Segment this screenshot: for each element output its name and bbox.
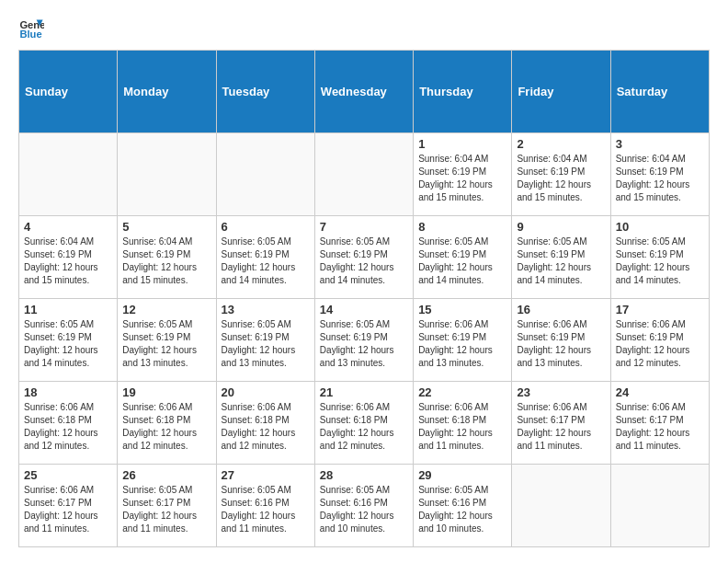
day-number: 4 (24, 220, 112, 234)
calendar-cell: 4Sunrise: 6:04 AM Sunset: 6:19 PM Daylig… (19, 216, 118, 299)
logo-icon: General Blue (18, 15, 44, 40)
calendar-cell: 3Sunrise: 6:04 AM Sunset: 6:19 PM Daylig… (610, 133, 709, 216)
calendar-cell: 22Sunrise: 6:06 AM Sunset: 6:18 PM Dayli… (414, 382, 512, 465)
day-info: Sunrise: 6:05 AM Sunset: 6:19 PM Dayligh… (616, 236, 704, 287)
calendar-cell (314, 133, 413, 216)
page-header: General Blue (18, 15, 710, 40)
calendar-cell: 2Sunrise: 6:04 AM Sunset: 6:19 PM Daylig… (512, 133, 610, 216)
day-number: 1 (418, 137, 506, 151)
calendar-table: SundayMondayTuesdayWednesdayThursdayFrid… (18, 50, 710, 547)
day-number: 17 (616, 303, 704, 316)
calendar-cell: 1Sunrise: 6:04 AM Sunset: 6:19 PM Daylig… (414, 133, 512, 216)
day-info: Sunrise: 6:04 AM Sunset: 6:19 PM Dayligh… (418, 153, 506, 204)
calendar-cell (216, 133, 314, 216)
calendar-cell (512, 465, 610, 547)
day-number: 19 (122, 385, 210, 399)
day-info: Sunrise: 6:05 AM Sunset: 6:19 PM Dayligh… (418, 236, 506, 287)
calendar-cell: 13Sunrise: 6:05 AM Sunset: 6:19 PM Dayli… (216, 299, 314, 382)
day-info: Sunrise: 6:05 AM Sunset: 6:19 PM Dayligh… (222, 236, 310, 287)
calendar-cell (118, 133, 216, 216)
day-number: 11 (24, 303, 112, 316)
day-number: 27 (222, 468, 310, 482)
calendar-cell: 20Sunrise: 6:06 AM Sunset: 6:18 PM Dayli… (216, 382, 314, 465)
day-number: 13 (222, 303, 310, 316)
calendar-cell: 10Sunrise: 6:05 AM Sunset: 6:19 PM Dayli… (610, 216, 709, 299)
calendar-cell: 24Sunrise: 6:06 AM Sunset: 6:17 PM Dayli… (610, 382, 709, 465)
day-number: 29 (418, 468, 506, 482)
calendar-cell: 23Sunrise: 6:06 AM Sunset: 6:17 PM Dayli… (512, 382, 610, 465)
day-number: 2 (517, 137, 605, 151)
day-number: 21 (320, 385, 408, 399)
weekday-header-sunday: Sunday (19, 51, 118, 133)
day-number: 24 (616, 385, 704, 399)
day-info: Sunrise: 6:04 AM Sunset: 6:19 PM Dayligh… (616, 153, 704, 204)
day-number: 28 (320, 468, 408, 482)
day-info: Sunrise: 6:06 AM Sunset: 6:18 PM Dayligh… (222, 401, 310, 453)
calendar-cell: 14Sunrise: 6:05 AM Sunset: 6:19 PM Dayli… (314, 299, 413, 382)
calendar-cell: 28Sunrise: 6:05 AM Sunset: 6:16 PM Dayli… (314, 465, 413, 547)
day-info: Sunrise: 6:04 AM Sunset: 6:19 PM Dayligh… (122, 236, 210, 287)
weekday-header-saturday: Saturday (610, 51, 709, 133)
day-info: Sunrise: 6:04 AM Sunset: 6:19 PM Dayligh… (517, 153, 605, 204)
day-number: 7 (320, 220, 408, 234)
day-number: 10 (616, 220, 704, 234)
weekday-header-tuesday: Tuesday (216, 51, 314, 133)
day-number: 23 (517, 385, 605, 399)
day-info: Sunrise: 6:06 AM Sunset: 6:19 PM Dayligh… (616, 318, 704, 370)
calendar-cell: 9Sunrise: 6:05 AM Sunset: 6:19 PM Daylig… (512, 216, 610, 299)
day-number: 6 (222, 220, 310, 234)
day-info: Sunrise: 6:05 AM Sunset: 6:16 PM Dayligh… (418, 484, 506, 535)
day-info: Sunrise: 6:05 AM Sunset: 6:19 PM Dayligh… (517, 236, 605, 287)
calendar-cell: 16Sunrise: 6:06 AM Sunset: 6:19 PM Dayli… (512, 299, 610, 382)
svg-text:Blue: Blue (19, 29, 41, 40)
calendar-cell: 6Sunrise: 6:05 AM Sunset: 6:19 PM Daylig… (216, 216, 314, 299)
calendar-cell: 29Sunrise: 6:05 AM Sunset: 6:16 PM Dayli… (414, 465, 512, 547)
day-info: Sunrise: 6:06 AM Sunset: 6:18 PM Dayligh… (122, 401, 210, 453)
weekday-header-thursday: Thursday (414, 51, 512, 133)
weekday-header-friday: Friday (512, 51, 610, 133)
calendar-cell: 12Sunrise: 6:05 AM Sunset: 6:19 PM Dayli… (118, 299, 216, 382)
calendar-cell: 25Sunrise: 6:06 AM Sunset: 6:17 PM Dayli… (19, 465, 118, 547)
day-number: 22 (418, 385, 506, 399)
day-number: 15 (418, 303, 506, 316)
day-number: 20 (222, 385, 310, 399)
weekday-header-wednesday: Wednesday (314, 51, 413, 133)
calendar-cell: 15Sunrise: 6:06 AM Sunset: 6:19 PM Dayli… (414, 299, 512, 382)
day-number: 8 (418, 220, 506, 234)
weekday-header-monday: Monday (118, 51, 216, 133)
calendar-cell (610, 465, 709, 547)
calendar-cell: 26Sunrise: 6:05 AM Sunset: 6:17 PM Dayli… (118, 465, 216, 547)
day-info: Sunrise: 6:05 AM Sunset: 6:16 PM Dayligh… (320, 484, 408, 535)
calendar-cell: 19Sunrise: 6:06 AM Sunset: 6:18 PM Dayli… (118, 382, 216, 465)
day-number: 18 (24, 385, 112, 399)
day-number: 16 (517, 303, 605, 316)
day-info: Sunrise: 6:05 AM Sunset: 6:19 PM Dayligh… (122, 318, 210, 370)
day-number: 3 (616, 137, 704, 151)
calendar-cell: 21Sunrise: 6:06 AM Sunset: 6:18 PM Dayli… (314, 382, 413, 465)
day-info: Sunrise: 6:05 AM Sunset: 6:19 PM Dayligh… (24, 318, 112, 370)
calendar-cell: 5Sunrise: 6:04 AM Sunset: 6:19 PM Daylig… (118, 216, 216, 299)
day-number: 5 (122, 220, 210, 234)
day-info: Sunrise: 6:06 AM Sunset: 6:17 PM Dayligh… (517, 401, 605, 453)
day-info: Sunrise: 6:06 AM Sunset: 6:19 PM Dayligh… (517, 318, 605, 370)
day-info: Sunrise: 6:05 AM Sunset: 6:19 PM Dayligh… (222, 318, 310, 370)
day-info: Sunrise: 6:05 AM Sunset: 6:19 PM Dayligh… (320, 236, 408, 287)
day-info: Sunrise: 6:04 AM Sunset: 6:19 PM Dayligh… (24, 236, 112, 287)
calendar-cell: 18Sunrise: 6:06 AM Sunset: 6:18 PM Dayli… (19, 382, 118, 465)
day-info: Sunrise: 6:06 AM Sunset: 6:18 PM Dayligh… (24, 401, 112, 453)
day-info: Sunrise: 6:06 AM Sunset: 6:19 PM Dayligh… (418, 318, 506, 370)
day-info: Sunrise: 6:05 AM Sunset: 6:19 PM Dayligh… (320, 318, 408, 370)
day-info: Sunrise: 6:06 AM Sunset: 6:18 PM Dayligh… (320, 401, 408, 453)
day-info: Sunrise: 6:05 AM Sunset: 6:17 PM Dayligh… (122, 484, 210, 535)
day-number: 26 (122, 468, 210, 482)
day-number: 25 (24, 468, 112, 482)
day-number: 14 (320, 303, 408, 316)
day-number: 12 (122, 303, 210, 316)
day-info: Sunrise: 6:05 AM Sunset: 6:16 PM Dayligh… (222, 484, 310, 535)
day-info: Sunrise: 6:06 AM Sunset: 6:18 PM Dayligh… (418, 401, 506, 453)
calendar-cell: 27Sunrise: 6:05 AM Sunset: 6:16 PM Dayli… (216, 465, 314, 547)
calendar-cell: 17Sunrise: 6:06 AM Sunset: 6:19 PM Dayli… (610, 299, 709, 382)
calendar-cell: 7Sunrise: 6:05 AM Sunset: 6:19 PM Daylig… (314, 216, 413, 299)
day-number: 9 (517, 220, 605, 234)
calendar-cell: 8Sunrise: 6:05 AM Sunset: 6:19 PM Daylig… (414, 216, 512, 299)
